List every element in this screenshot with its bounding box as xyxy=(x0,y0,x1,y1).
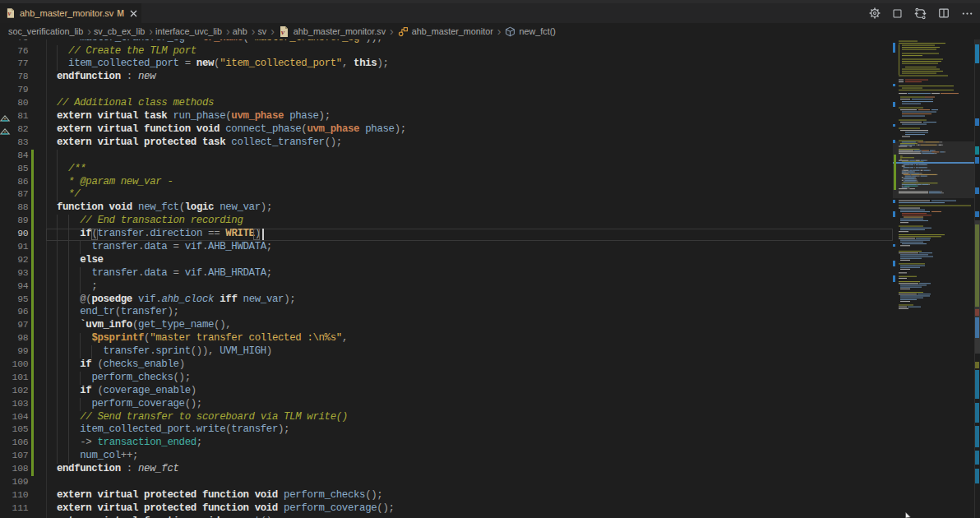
svg-text:v: v xyxy=(8,10,12,17)
